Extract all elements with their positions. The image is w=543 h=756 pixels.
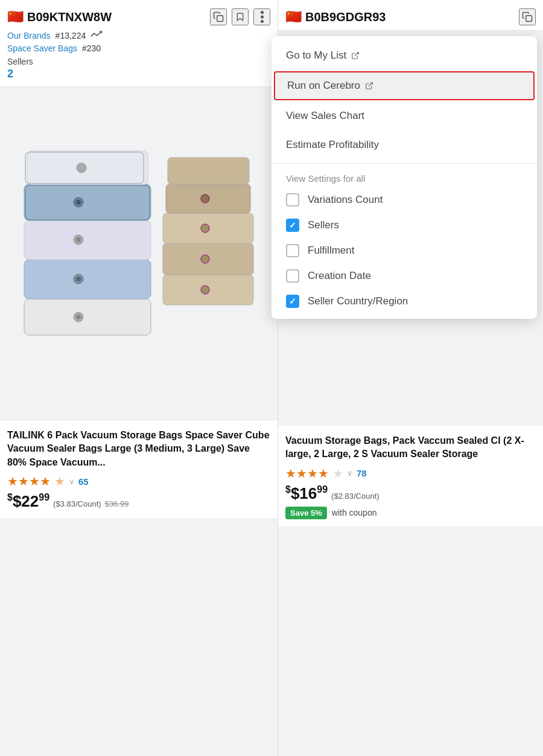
svg-line-51 — [355, 53, 358, 56]
variations-count-label: Variations Count — [308, 194, 383, 206]
right-product-details: Vacuum Storage Bags, Pack Vaccum Sealed … — [278, 426, 543, 527]
left-price-dollars: $22 — [13, 492, 39, 510]
right-header-icons — [519, 8, 536, 25]
bookmark-button[interactable] — [232, 8, 249, 25]
svg-point-14 — [76, 237, 81, 242]
space-saver-link[interactable]: Space Saver Bags — [7, 43, 77, 53]
more-button[interactable] — [253, 8, 270, 25]
brands-link[interactable]: Our Brands — [7, 31, 51, 40]
right-save-row: Save 5% with coupon — [285, 507, 536, 519]
right-price-row: $$1699 ($2.83/Count) — [285, 484, 536, 503]
left-half-star: ★ — [54, 474, 65, 489]
left-flag-icon: 🇨🇳 — [7, 10, 24, 24]
space-saver-rank: #230 — [82, 43, 101, 53]
right-flag-icon: 🇨🇳 — [285, 10, 302, 24]
svg-rect-5 — [24, 299, 151, 335]
left-product-image-area — [0, 106, 278, 420]
left-product-id: B09KTNXW8W — [27, 10, 206, 24]
right-product-header: 🇨🇳 B0B9GDGR93 — [278, 0, 543, 30]
sellers-count: 2 — [7, 68, 270, 80]
left-price-sup: $ — [7, 493, 13, 503]
fulfillment-label: Fulfillment — [308, 245, 354, 257]
right-product-title: Vacuum Storage Bags, Pack Vaccum Sealed … — [285, 434, 536, 461]
svg-rect-0 — [217, 16, 223, 22]
svg-point-26 — [201, 224, 209, 232]
creation-date-checkbox[interactable] — [286, 269, 299, 283]
left-product-title: TAILINK 6 Pack Vacuum Storage Bags Space… — [7, 429, 270, 469]
left-review-count: 65 — [78, 476, 89, 487]
right-stars-row: ★★★★ ★ ∨ 78 — [285, 466, 536, 481]
svg-point-3 — [261, 20, 264, 23]
menu-item-view-sales-chart[interactable]: View Sales Chart — [272, 101, 537, 130]
goto-my-list-label: Go to My List — [286, 50, 346, 62]
svg-point-11 — [76, 277, 81, 281]
variations-count-checkbox[interactable] — [286, 193, 299, 207]
svg-rect-12 — [24, 220, 151, 260]
menu-divider — [272, 163, 537, 164]
svg-point-8 — [76, 315, 81, 319]
checkbox-item-fulfillment[interactable]: Fulfillment — [272, 238, 537, 263]
right-price-per: ($2.83/Count) — [331, 492, 379, 501]
checkbox-item-sellers[interactable]: Sellers — [272, 213, 537, 238]
menu-item-run-on-cerebro[interactable]: Run on Cerebro — [274, 71, 535, 100]
fulfillment-checkbox[interactable] — [286, 244, 299, 257]
sellers-checkbox-label: Sellers — [308, 219, 339, 231]
external-link-icon-2 — [365, 82, 373, 90]
menu-item-estimate-profitability[interactable]: Estimate Profitability — [272, 130, 537, 159]
left-price-main: $$2299 — [7, 492, 49, 511]
main-container: 🇨🇳 B09KTNXW8W — [0, 0, 543, 756]
chevron-down-icon: ∨ — [69, 477, 75, 486]
svg-rect-15 — [24, 184, 151, 220]
svg-point-17 — [76, 200, 81, 205]
left-price-row: $$2299 ($3.83/Count) $36.99 — [7, 492, 270, 511]
brands-rank: #13,224 — [56, 31, 86, 40]
dropdown-menu: Go to My List Run on Cerebro View Sales … — [272, 36, 537, 319]
left-price-per: ($3.83/Count) — [53, 499, 101, 508]
svg-point-2 — [261, 16, 264, 19]
right-product-header-area: 🇨🇳 B0B9GDGR93 — [278, 0, 543, 31]
creation-date-label: Creation Date — [308, 270, 371, 282]
left-product-meta: Our Brands #13,224 Space Saver Bags #230… — [0, 30, 278, 86]
svg-point-28 — [201, 194, 209, 203]
svg-point-1 — [261, 11, 264, 14]
run-on-cerebro-label: Run on Cerebro — [287, 80, 360, 92]
left-price-cents: 99 — [39, 493, 49, 503]
svg-point-22 — [201, 286, 209, 294]
left-product-details: TAILINK 6 Pack Vacuum Storage Bags Space… — [0, 420, 278, 518]
right-review-count: 78 — [357, 468, 367, 478]
svg-line-52 — [369, 83, 372, 86]
copy-button[interactable] — [210, 8, 227, 25]
checkbox-item-creation-date[interactable]: Creation Date — [272, 263, 537, 289]
left-product-header: 🇨🇳 B09KTNXW8W — [0, 0, 278, 30]
svg-rect-18 — [27, 151, 148, 185]
right-product-id: B0B9GDGR93 — [305, 10, 515, 24]
left-stars-row: ★★★★ ★ ∨ 65 — [7, 474, 270, 489]
save-badge: Save 5% — [285, 507, 327, 519]
right-empty-star: ★ — [332, 466, 343, 481]
left-stars: ★★★★ — [7, 474, 51, 489]
right-copy-button[interactable] — [519, 8, 536, 25]
product-image-svg — [12, 118, 265, 408]
svg-rect-29 — [168, 158, 249, 184]
sellers-checkbox[interactable] — [286, 219, 299, 232]
checkbox-item-variations-count[interactable]: Variations Count — [272, 187, 537, 213]
estimate-profitability-label: Estimate Profitability — [286, 139, 379, 151]
right-price-dollars: $16 — [291, 484, 317, 502]
right-price-sup: $ — [285, 484, 291, 495]
save-coupon-text: with coupon — [332, 508, 377, 517]
checkbox-item-seller-country[interactable]: Seller Country/Region — [272, 289, 537, 314]
settings-section-label: View Settings for all — [272, 167, 537, 187]
right-price-cents: 99 — [317, 484, 328, 495]
seller-country-checkbox[interactable] — [286, 295, 299, 308]
right-stars: ★★★★ — [285, 466, 329, 481]
left-header-icons — [210, 8, 270, 25]
menu-item-goto-my-list[interactable]: Go to My List — [272, 41, 537, 70]
svg-point-24 — [201, 255, 209, 263]
external-link-icon-1 — [351, 51, 360, 60]
svg-point-19 — [77, 163, 86, 173]
seller-country-label: Seller Country/Region — [308, 295, 408, 307]
svg-rect-32 — [526, 16, 532, 22]
right-chevron-icon: ∨ — [347, 469, 353, 478]
right-price-main: $$1699 — [285, 484, 328, 503]
sellers-label: Sellers — [7, 57, 270, 66]
